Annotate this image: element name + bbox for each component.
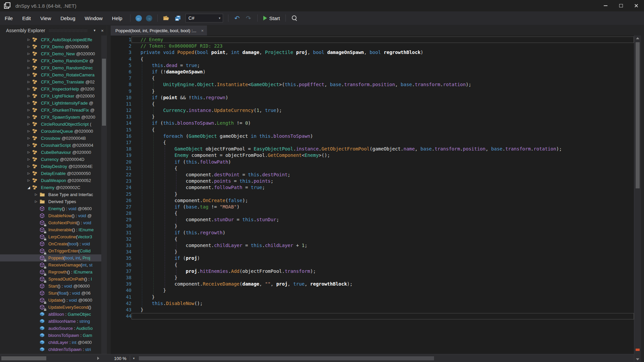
tab-popped-method[interactable]: Popped(bool, int, Projectile, bool, bool… bbox=[111, 25, 207, 36]
expand-icon[interactable]: ▷ bbox=[28, 165, 32, 168]
code-line[interactable]: 32 { bbox=[111, 236, 634, 242]
menu-file[interactable]: File bbox=[0, 11, 17, 25]
tree-item[interactable]: ▷CFX_AutoStopLoopedEffe bbox=[0, 36, 101, 43]
expand-icon[interactable]: ▷ bbox=[28, 66, 32, 69]
expand-icon[interactable]: ▷ bbox=[28, 80, 32, 83]
code-line[interactable]: 30 } bbox=[111, 223, 634, 229]
code-line[interactable]: 36 { bbox=[111, 262, 634, 268]
code-line[interactable]: 42 this.DisableNow(); bbox=[111, 300, 634, 307]
redo-button[interactable]: ↷ bbox=[245, 14, 252, 22]
minimize-button[interactable] bbox=[598, 0, 613, 11]
code-line[interactable]: 44 bbox=[111, 313, 634, 319]
tree-item[interactable]: ▷CFX_SpawnSystem @0200 bbox=[0, 114, 101, 121]
tree-item[interactable]: ▷CFX_Demo_New @020000 bbox=[0, 50, 101, 57]
tree-item[interactable]: ▷CubeBehaviour @020000 bbox=[0, 149, 101, 156]
scrollbar-thumb[interactable] bbox=[1, 356, 46, 360]
tree-item[interactable]: Start() : void @06000 bbox=[0, 283, 101, 290]
tree-item[interactable]: Regrowth() : IEnumera bbox=[0, 268, 101, 276]
expand-icon[interactable]: ▷ bbox=[28, 144, 32, 147]
expand-icon[interactable]: ▷ bbox=[35, 200, 40, 203]
expand-icon[interactable]: ▷ bbox=[28, 130, 32, 133]
code-editor[interactable]: 1// Enemy2// Token: 0x060000DF RID: 2233… bbox=[111, 36, 634, 354]
tree-item[interactable]: DisableNow() : void @ bbox=[0, 212, 101, 219]
tree-item[interactable]: ▷DelayEnable @02000050 bbox=[0, 170, 101, 177]
tree-item[interactable]: ▷CircleRoundObjectScript ( bbox=[0, 121, 101, 128]
tree-item[interactable]: ▷Base Type and Interfac bbox=[0, 191, 101, 198]
close-button[interactable] bbox=[629, 0, 644, 11]
tree-item[interactable]: altBloon : GameObjec bbox=[0, 311, 101, 318]
panel-drag-texture[interactable] bbox=[49, 29, 88, 32]
tree-item[interactable]: audioSource : AudioSo bbox=[0, 325, 101, 332]
expand-icon[interactable]: ▷ bbox=[28, 179, 32, 182]
tree-item[interactable]: ▷DelayDestroy @0200004E bbox=[0, 163, 101, 170]
navigate-back-button[interactable]: ← bbox=[136, 15, 142, 21]
scrollbar-thumb[interactable] bbox=[102, 59, 106, 126]
code-line[interactable]: 3private void Popped(bool point, int dam… bbox=[111, 49, 634, 56]
code-line[interactable]: 16 foreach (GameObject gameObject in thi… bbox=[111, 133, 634, 139]
tree-item[interactable]: ▷Currency @0200004D bbox=[0, 156, 101, 163]
code-line[interactable]: 11 { bbox=[111, 101, 634, 107]
undo-button[interactable]: ↶ bbox=[233, 14, 241, 22]
open-file-button[interactable] bbox=[163, 14, 170, 22]
code-line[interactable]: 15 { bbox=[111, 127, 634, 133]
code-line[interactable]: 20 if (this.followPath) bbox=[111, 159, 634, 165]
expand-icon[interactable]: ▷ bbox=[28, 123, 32, 126]
code-line[interactable]: 28 { bbox=[111, 210, 634, 217]
tree-item[interactable]: altBloonName : string bbox=[0, 318, 101, 325]
tree-item[interactable]: ▷CFX_InspectorHelp @0200 bbox=[0, 85, 101, 93]
expand-icon[interactable]: ▷ bbox=[28, 52, 32, 55]
code-line[interactable]: 35 if (proj) bbox=[111, 255, 634, 261]
tree-item[interactable]: OnTriggerEnter(Collid bbox=[0, 247, 101, 254]
tab-close-icon[interactable]: × bbox=[201, 28, 204, 33]
restore-button[interactable] bbox=[613, 0, 629, 11]
tree-vertical-scrollbar[interactable] bbox=[101, 36, 107, 354]
menu-help[interactable]: Help bbox=[107, 11, 127, 25]
code-line[interactable]: 7 { bbox=[111, 75, 634, 81]
expand-icon[interactable]: ▷ bbox=[28, 137, 32, 140]
expand-icon[interactable]: ▷ bbox=[35, 193, 40, 196]
tree-item[interactable]: ▷Crossbow @0200004B bbox=[0, 135, 101, 142]
code-line[interactable]: 8 UnityEngine.Object.Instantiate<GameObj… bbox=[111, 81, 634, 88]
expand-icon[interactable]: ▷ bbox=[28, 38, 32, 41]
menu-debug[interactable]: Debug bbox=[56, 11, 80, 25]
menu-edit[interactable]: Edit bbox=[17, 11, 36, 25]
code-line[interactable]: 12 Currency.instance.UpdateCurrency(1, t… bbox=[111, 107, 634, 114]
code-line[interactable]: 43} bbox=[111, 307, 634, 313]
editor-vertical-scrollbar[interactable] bbox=[634, 36, 641, 362]
tree-item[interactable]: Update() : void @0600 bbox=[0, 297, 101, 304]
code-line[interactable]: 41 } bbox=[111, 294, 634, 300]
tree-item[interactable]: GotoNextPoint() : void bbox=[0, 219, 101, 226]
navigate-forward-button[interactable]: → bbox=[146, 15, 152, 21]
tree-item[interactable]: bloonsToSpawn : Gam bbox=[0, 332, 101, 339]
search-assemblies-button[interactable] bbox=[291, 14, 298, 22]
expand-icon[interactable]: ▷ bbox=[28, 59, 32, 62]
expand-icon[interactable]: ▷ bbox=[28, 102, 32, 105]
expand-icon[interactable]: ▷ bbox=[28, 95, 32, 98]
tree-item[interactable]: ▷CoroutineQueue @020000 bbox=[0, 128, 101, 135]
tree-item[interactable]: Enemy() : void @0600 bbox=[0, 205, 101, 212]
scroll-right-icon[interactable] bbox=[97, 357, 99, 360]
code-line[interactable]: 2// Token: 0x060000DF RID: 223 bbox=[111, 43, 634, 49]
tree-item[interactable]: LerpCoroutine(Vector3 bbox=[0, 233, 101, 240]
expand-icon[interactable]: ▷ bbox=[28, 87, 32, 90]
code-line[interactable]: 9 } bbox=[111, 88, 634, 95]
code-line[interactable]: 26 component.OnCreate(false); bbox=[111, 197, 634, 204]
code-line[interactable]: 1// Enemy bbox=[111, 37, 634, 43]
tree-item[interactable]: Invulnerable() : IEnume bbox=[0, 226, 101, 233]
scrollbar-thumb[interactable] bbox=[139, 356, 434, 360]
code-line[interactable]: 37 proj.hitEnemies.Add(objectFromPool.tr… bbox=[111, 268, 634, 275]
code-line[interactable]: 23 component.points = this.points; bbox=[111, 178, 634, 184]
tree-item[interactable]: ▷CFX_LightFlicker @020000 bbox=[0, 93, 101, 100]
tree-item[interactable]: ▷CFX_Demo_RotateCamera bbox=[0, 71, 101, 78]
code-line[interactable]: 27 if (base.tag != "MOAB") bbox=[111, 204, 634, 210]
expand-icon[interactable]: ▷ bbox=[28, 172, 32, 175]
code-line[interactable]: 29 component.stunDur = this.stunDur; bbox=[111, 217, 634, 223]
tree-item[interactable]: Popped(bool, int, Proj bbox=[0, 254, 101, 261]
scroll-down-icon[interactable] bbox=[634, 357, 641, 362]
panel-close-button[interactable]: × bbox=[98, 28, 107, 33]
tree-item[interactable]: OnCreate(bool) : void bbox=[0, 240, 101, 247]
code-line[interactable]: 24 component.followPath = true; bbox=[111, 184, 634, 191]
tree-item[interactable]: ▷CFX_Demo @02000006 bbox=[0, 43, 101, 50]
code-line[interactable]: 5 this.dead = true; bbox=[111, 62, 634, 69]
expand-icon[interactable]: ▷ bbox=[28, 73, 32, 76]
